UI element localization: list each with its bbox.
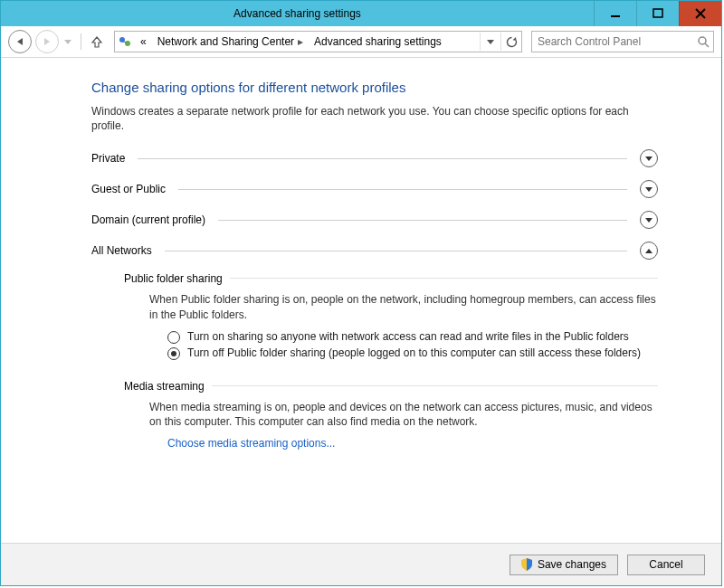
recent-locations-dropdown[interactable] [62, 40, 73, 44]
breadcrumb-prefix: « [135, 35, 152, 48]
address-bar[interactable]: « Network and Sharing Center▸ Advanced s… [114, 31, 522, 52]
profile-domain-header[interactable]: Domain (current profile) [91, 211, 658, 229]
public-folder-heading: Public folder sharing [124, 272, 223, 285]
back-button[interactable] [8, 30, 32, 53]
radio-label: Turn on sharing so anyone with network a… [187, 329, 629, 344]
cancel-button[interactable]: Cancel [627, 555, 705, 575]
radio-icon [167, 331, 180, 344]
breadcrumb-parent[interactable]: Network and Sharing Center▸ [152, 35, 309, 48]
radio-icon [167, 347, 180, 360]
content-area: Change sharing options for different net… [1, 58, 721, 543]
save-button[interactable]: Save changes [510, 555, 618, 575]
titlebar: Advanced sharing settings [1, 1, 721, 26]
minimize-button[interactable] [594, 1, 636, 26]
address-dropdown[interactable] [480, 33, 500, 51]
chevron-down-icon [640, 180, 658, 198]
chevron-down-icon [640, 211, 658, 229]
svg-line-8 [705, 43, 709, 47]
network-icon [115, 34, 135, 49]
footer: Save changes Cancel [1, 543, 721, 585]
radio-public-folder-off[interactable]: Turn off Public folder sharing (people l… [167, 346, 658, 360]
page-intro: Windows creates a separate network profi… [91, 104, 658, 133]
breadcrumb-current[interactable]: Advanced sharing settings [309, 35, 447, 48]
up-button[interactable] [89, 35, 105, 48]
profile-all-networks-header[interactable]: All Networks [91, 242, 658, 260]
refresh-button[interactable] [500, 33, 521, 51]
chevron-down-icon [640, 149, 658, 167]
profile-private: Private [91, 149, 658, 167]
shield-icon [521, 558, 532, 571]
search-icon [693, 35, 713, 48]
page-title: Change sharing options for different net… [91, 80, 658, 95]
radio-public-folder-on[interactable]: Turn on sharing so anyone with network a… [167, 329, 658, 344]
profile-private-header[interactable]: Private [91, 149, 658, 167]
profile-guest-header[interactable]: Guest or Public [91, 180, 658, 198]
profile-all-networks: All Networks Public folder sharing When … [91, 242, 658, 449]
svg-rect-1 [653, 9, 662, 17]
media-streaming-desc: When media streaming is on, people and d… [149, 400, 658, 429]
profile-domain: Domain (current profile) [91, 211, 658, 229]
media-streaming-link[interactable]: Choose media streaming options... [167, 437, 658, 450]
profile-guest: Guest or Public [91, 180, 658, 198]
search-input[interactable] [532, 35, 693, 48]
search-box[interactable] [531, 31, 714, 52]
window-title: Advanced sharing settings [1, 1, 594, 26]
svg-point-7 [699, 37, 706, 44]
all-networks-body: Public folder sharing When Public folder… [91, 260, 658, 449]
forward-button[interactable] [35, 30, 59, 53]
window: Advanced sharing settings « Network and … [0, 0, 722, 586]
chevron-up-icon [640, 242, 658, 260]
public-folder-desc: When Public folder sharing is on, people… [149, 292, 658, 321]
nav-row: « Network and Sharing Center▸ Advanced s… [1, 26, 721, 58]
media-streaming-heading: Media streaming [124, 380, 205, 393]
svg-point-5 [125, 41, 130, 46]
maximize-button[interactable] [636, 1, 679, 26]
divider [81, 33, 81, 50]
close-button[interactable] [679, 1, 721, 26]
radio-label: Turn off Public folder sharing (people l… [187, 346, 641, 360]
